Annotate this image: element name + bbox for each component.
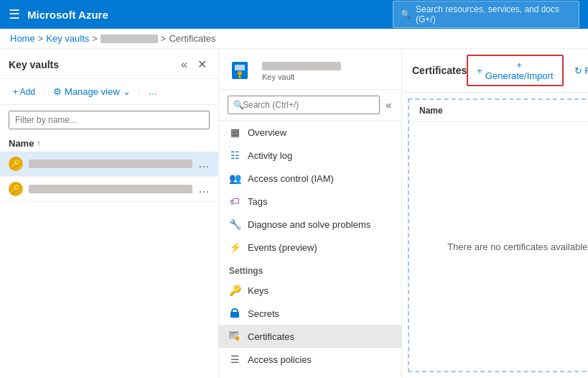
breadcrumb-home[interactable]: Home	[10, 33, 35, 44]
more-options-button[interactable]: …	[144, 84, 162, 100]
resource-name-blurred	[262, 62, 341, 70]
breadcrumb-resource[interactable]	[101, 34, 158, 43]
cert-icon: ★	[229, 331, 241, 342]
secret-icon	[229, 308, 241, 319]
close-panel-button[interactable]: ✕	[195, 56, 210, 73]
list-header: Name ↑	[0, 135, 218, 152]
nav-items-list: ▦ Overview ☷ Activity log 👥 Access contr…	[219, 121, 401, 378]
nav-search-input[interactable]	[228, 96, 380, 114]
empty-message: There are no certificates available.	[409, 122, 588, 371]
filter-box	[0, 105, 218, 135]
nav-item-diagnose[interactable]: 🔧 Diagnose and solve problems	[219, 213, 401, 236]
people-icon: 👥	[229, 172, 241, 184]
breadcrumb-sep-3: >	[161, 33, 167, 44]
add-button[interactable]: + Add	[9, 84, 39, 100]
settings-section-label: Settings	[219, 259, 401, 279]
nav-item-secrets[interactable]: Secrets	[219, 302, 401, 325]
right-panel: Certificates + + Generate/Import ↻ Refre…	[402, 49, 588, 378]
breadcrumb-current: Certificates	[169, 33, 215, 44]
key-vaults-list: 🔑 … 🔑 …	[0, 152, 218, 378]
item-name	[29, 185, 192, 193]
right-panel-header: Certificates + + Generate/Import ↻ Refre…	[402, 49, 588, 93]
nav-item-keys[interactable]: 🔑 Keys	[219, 279, 401, 302]
grid-icon: ▦	[229, 126, 241, 138]
list-item[interactable]: 🔑 …	[0, 177, 218, 202]
left-panel-title: Key vaults	[9, 59, 59, 70]
collapse-panel-button[interactable]: «	[178, 57, 190, 73]
main-layout: Key vaults « ✕ + Add ⚙ Manage view ⌄ … N…	[0, 49, 588, 378]
breadcrumb: Home > Key vaults > > Certificates	[0, 29, 588, 49]
breadcrumb-sep-1: >	[38, 33, 44, 44]
chevron-down-icon: ⌄	[123, 86, 131, 97]
refresh-button[interactable]: ↻ Refresh	[566, 61, 588, 80]
search-icon: 🔍	[233, 100, 244, 110]
svg-rect-6	[232, 309, 238, 313]
right-panel-title: Certificates	[412, 65, 467, 76]
nav-item-activity-log[interactable]: ☷ Activity log	[219, 144, 401, 167]
gear-icon: ⚙	[53, 86, 62, 97]
manage-view-label: Manage view	[65, 86, 120, 97]
hamburger-menu[interactable]: ☰	[9, 6, 20, 22]
right-toolbar: + + Generate/Import ↻ Refresh	[467, 55, 588, 86]
name-column-header: Name	[9, 138, 34, 149]
top-navigation: ☰ Microsoft Azure 🔍 Search resources, se…	[0, 0, 588, 29]
sort-ascending-icon[interactable]: ↑	[37, 139, 40, 147]
nav-search-container: 🔍 «	[219, 90, 401, 121]
global-search-bar[interactable]: 🔍 Search resources, services, and docs (…	[393, 1, 579, 28]
tag-icon: 🏷	[229, 195, 241, 207]
collapse-nav-button[interactable]: «	[384, 98, 393, 112]
breadcrumb-keyvaults[interactable]: Key vaults	[46, 33, 89, 44]
toolbar-separator-1	[44, 86, 45, 98]
left-panel-controls: « ✕	[178, 56, 210, 73]
svg-rect-4	[238, 77, 241, 78]
manage-view-button[interactable]: ⚙ Manage view ⌄	[49, 83, 135, 100]
toolbar-separator-2	[139, 86, 140, 98]
refresh-label: Refresh	[585, 65, 588, 76]
resource-type: Key vault	[262, 73, 341, 81]
name-column-header: Name	[409, 100, 588, 122]
nav-item-label: Tags	[248, 196, 267, 207]
item-more-button[interactable]: …	[198, 157, 210, 170]
left-panel-toolbar: + Add ⚙ Manage view ⌄ …	[0, 79, 218, 105]
refresh-icon: ↻	[574, 65, 582, 76]
resource-info: Key vault	[262, 60, 341, 81]
item-name	[29, 160, 192, 168]
breadcrumb-sep-2: >	[92, 33, 98, 44]
svg-text:★: ★	[237, 331, 241, 341]
nav-item-certificates[interactable]: ★ Certificates	[219, 325, 401, 348]
svg-rect-10	[230, 336, 233, 336]
app-title: Microsoft Azure	[27, 9, 108, 21]
mid-panel: Key vault 🔍 « ▦ Overview ☷ Activity log …	[219, 49, 402, 378]
shield-icon: ☰	[229, 354, 241, 365]
nav-item-label: Access control (IAM)	[248, 173, 334, 184]
key-vault-icon: 🔑	[9, 157, 23, 171]
key-vault-icon: 🔑	[9, 182, 23, 196]
generate-import-button[interactable]: + + Generate/Import	[467, 55, 563, 86]
resource-header: Key vault	[219, 49, 401, 90]
list-item[interactable]: 🔑 …	[0, 152, 218, 177]
list-icon: ☷	[229, 149, 241, 161]
filter-input[interactable]	[9, 111, 210, 129]
nav-item-access-control[interactable]: 👥 Access control (IAM)	[219, 167, 401, 190]
left-panel: Key vaults « ✕ + Add ⚙ Manage view ⌄ … N…	[0, 49, 219, 378]
key-vault-resource-icon	[230, 59, 253, 82]
wrench-icon: 🔧	[229, 218, 241, 230]
nav-item-label: Events (preview)	[248, 242, 317, 253]
certificates-content-area: Name There are no certificates available…	[408, 98, 588, 372]
nav-item-events[interactable]: ⚡ Events (preview)	[219, 236, 401, 259]
left-panel-header: Key vaults « ✕	[0, 49, 218, 79]
generate-import-label: + Generate/Import	[485, 60, 554, 81]
nav-item-label: Diagnose and solve problems	[248, 219, 370, 230]
resource-icon-container	[229, 57, 255, 83]
item-more-button[interactable]: …	[198, 183, 210, 195]
nav-item-access-policies[interactable]: ☰ Access policies	[219, 348, 401, 371]
nav-item-label: Activity log	[248, 150, 292, 161]
nav-item-label: Keys	[248, 285, 269, 296]
nav-item-overview[interactable]: ▦ Overview	[219, 121, 401, 144]
search-icon: 🔍	[401, 9, 411, 19]
global-search-placeholder: Search resources, services, and docs (G+…	[416, 4, 571, 24]
svg-rect-9	[230, 334, 235, 335]
nav-item-label: Access policies	[248, 354, 312, 365]
key-icon: 🔑	[229, 285, 241, 296]
nav-item-tags[interactable]: 🏷 Tags	[219, 190, 401, 213]
